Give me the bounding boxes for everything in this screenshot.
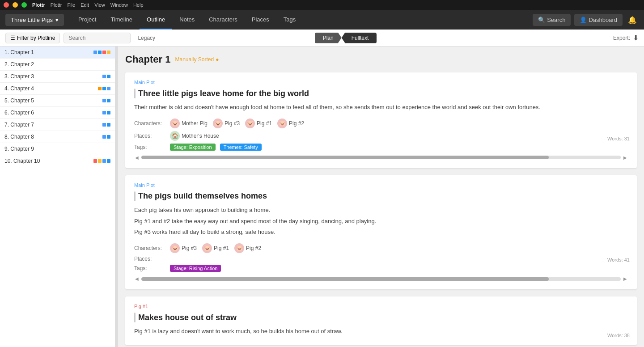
character-pig1[interactable]: 🐷 Pig #1	[245, 118, 272, 128]
dot-yellow	[107, 51, 110, 54]
search-button[interactable]: 🔍 Search	[533, 14, 571, 26]
card-scroll-row-2: ◀ ▶	[134, 275, 628, 282]
filter-button[interactable]: ☰ Filter by Plotline	[5, 33, 60, 43]
legacy-button[interactable]: Legacy	[134, 33, 159, 43]
sidebar-item-chapter-9[interactable]: 9. Chapter 9	[0, 143, 115, 155]
sidebar-item-chapter-5[interactable]: 5. Chapter 5	[0, 95, 115, 107]
scene-body-1: Their mother is old and doesn't have eno…	[134, 103, 628, 112]
scroll-bar-1[interactable]	[141, 156, 621, 159]
character-pig2[interactable]: 🐷 Pig #2	[277, 118, 304, 128]
scene-card-1: Main Plot Three little pigs leave home f…	[125, 72, 637, 168]
scroll-right-1[interactable]: ▶	[623, 154, 628, 161]
scroll-bar-2[interactable]	[141, 277, 621, 281]
chapter-6-dots	[102, 111, 110, 114]
dot-red	[93, 159, 97, 163]
dot-blue	[102, 99, 106, 102]
dot-blue2	[107, 159, 110, 163]
sidebar-item-chapter-3[interactable]: 3. Chapter 3	[0, 71, 115, 83]
pig3-name: Pig #3	[225, 120, 240, 127]
chapter-7-dots	[102, 123, 110, 127]
place-name: Mother's House	[182, 133, 219, 139]
chapter-header: Chapter 1 Manually Sorted ●	[125, 54, 637, 65]
character-mother-pig[interactable]: 🐷 Mother Pig	[170, 118, 208, 128]
tab-outline[interactable]: Outline	[140, 10, 172, 30]
dashboard-button[interactable]: 👤 Dashboard	[574, 14, 623, 26]
dot-blue	[107, 87, 110, 90]
sort-icon: ●	[216, 56, 219, 63]
place-mothers-house[interactable]: 🏠 Mother's House	[170, 131, 219, 141]
characters-list-1: 🐷 Mother Pig 🐷 Pig #3 🐷 Pig #1 🐷	[170, 118, 304, 128]
dashboard-label: Dashboard	[589, 17, 617, 23]
chapter-10-dots	[93, 159, 110, 163]
tab-tags[interactable]: Tags	[276, 10, 303, 30]
sidebar-item-chapter-4[interactable]: 4. Chapter 4	[0, 83, 115, 95]
tag-exposition[interactable]: Stage: Exposition	[170, 144, 216, 151]
scene-body-text-1: Their mother is old and doesn't have eno…	[134, 103, 628, 112]
char-pig1-s2[interactable]: 🐷 Pig #1	[202, 243, 229, 253]
menu-plottr[interactable]: Plottr	[51, 2, 62, 8]
dot-blue	[102, 135, 106, 139]
chapter-8-dots	[102, 135, 110, 139]
sidebar-item-chapter-8[interactable]: 8. Chapter 8	[0, 131, 115, 143]
character-pig3[interactable]: 🐷 Pig #3	[213, 118, 240, 128]
project-dropdown[interactable]: Three Little Pigs ▾	[5, 14, 64, 26]
tab-characters[interactable]: Characters	[202, 10, 245, 30]
scroll-left-2[interactable]: ◀	[134, 275, 140, 282]
search-input[interactable]	[64, 33, 131, 43]
char-pig2-s2[interactable]: 🐷 Pig #2	[234, 243, 261, 253]
notifications-button[interactable]: 🔔	[626, 14, 639, 26]
toolbar: ☰ Filter by Plotline Legacy Plan Fulltex…	[0, 30, 644, 47]
mother-pig-name: Mother Pig	[182, 120, 208, 127]
words-count-1: Words: 31	[607, 136, 630, 141]
plan-button[interactable]: Plan	[315, 33, 342, 43]
menu-help[interactable]: Help	[133, 2, 144, 8]
nav-right: 🔍 Search 👤 Dashboard 🔔	[533, 14, 639, 26]
filter-icon: ☰	[10, 35, 15, 41]
scene-plot-label-3: Pig #1	[134, 304, 628, 309]
tab-places[interactable]: Places	[245, 10, 276, 30]
close-button[interactable]	[4, 2, 9, 8]
export-button[interactable]: ⬇	[633, 34, 639, 42]
scene-plot-label-2: Main Plot	[134, 182, 628, 188]
minimize-button[interactable]	[13, 2, 18, 8]
char-pig3-s2[interactable]: 🐷 Pig #3	[170, 243, 197, 253]
pig3-avatar-s2: 🐷	[170, 243, 180, 253]
sidebar-item-chapter-7[interactable]: 7. Chapter 7	[0, 119, 115, 131]
sidebar-item-chapter-1[interactable]: 1. Chapter 1	[0, 47, 115, 59]
tab-timeline[interactable]: Timeline	[103, 10, 140, 30]
window-controls[interactable]	[4, 2, 27, 8]
nav-tabs: Project Timeline Outline Notes Character…	[71, 10, 303, 30]
menu-edit[interactable]: Edit	[80, 2, 89, 8]
menu-window[interactable]: Window	[110, 2, 128, 8]
scene-body-p1-2: Each pig takes his own approach to build…	[134, 206, 628, 215]
scroll-right-2[interactable]: ▶	[623, 275, 628, 282]
words-count-3: Words: 38	[607, 333, 630, 338]
characters-row-1: Characters: 🐷 Mother Pig 🐷 Pig #3 🐷 P	[134, 118, 628, 128]
menu-view[interactable]: View	[94, 2, 105, 8]
search-label: Search	[547, 17, 565, 23]
tag-rising[interactable]: Stage: Rising Action	[170, 265, 221, 272]
sidebar-item-chapter-2[interactable]: 2. Chapter 2	[0, 59, 115, 71]
fulltext-button[interactable]: Fulltext	[342, 33, 377, 43]
places-row-2: Places:	[134, 256, 628, 262]
dot-blue2	[102, 87, 106, 90]
sort-label: Manually Sorted ●	[175, 56, 219, 63]
chapter-5-dots	[102, 99, 110, 102]
sidebar-item-chapter-10[interactable]: 10. Chapter 10	[0, 155, 115, 167]
dot-blue2	[107, 135, 110, 139]
maximize-button[interactable]	[21, 2, 27, 8]
dot-blue	[102, 111, 106, 114]
search-icon: 🔍	[538, 17, 545, 23]
menu-file[interactable]: File	[67, 2, 75, 8]
scroll-left-1[interactable]: ◀	[134, 154, 140, 161]
pig2-name-s2: Pig #2	[246, 245, 261, 251]
tab-notes[interactable]: Notes	[172, 10, 202, 30]
scene-body-p2-2: Pig #1 and #2 take the easy way out and …	[134, 217, 628, 226]
pig2-avatar-s2: 🐷	[234, 243, 244, 253]
tags-row-1: Tags: Stage: Exposition Themes: Safety	[134, 144, 628, 151]
pig1-name-s2: Pig #1	[214, 245, 229, 251]
scene-title-3: Makes house out of straw	[134, 313, 628, 322]
tag-safety[interactable]: Themes: Safety	[220, 144, 262, 151]
sidebar-item-chapter-6[interactable]: 6. Chapter 6	[0, 107, 115, 119]
tab-project[interactable]: Project	[71, 10, 103, 30]
